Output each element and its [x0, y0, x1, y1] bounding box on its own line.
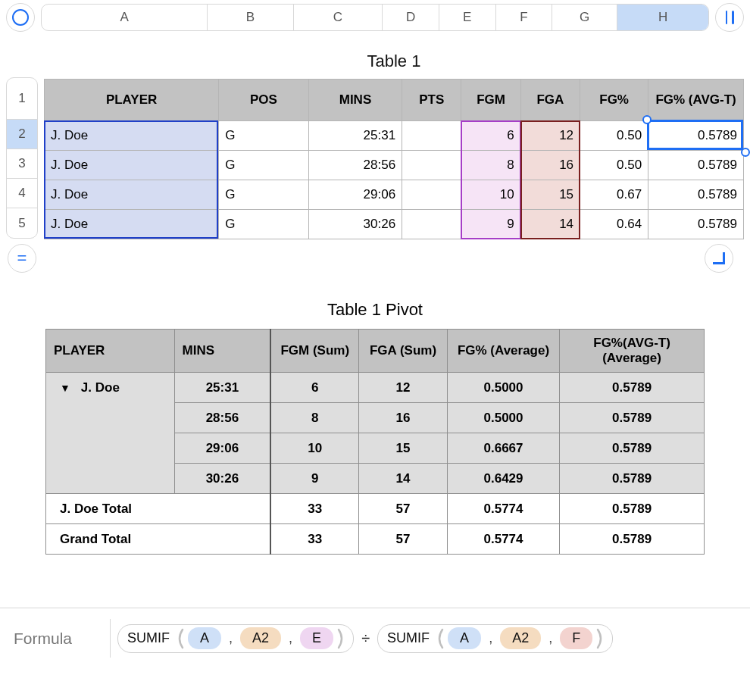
formula-token-f[interactable]: F: [560, 627, 592, 649]
table-1[interactable]: PLAYERPOSMINSPTSFGMFGAFG%FG% (AVG-T)J. D…: [44, 79, 744, 239]
column-header-c[interactable]: C: [294, 5, 383, 30]
t1-cell-r2-fgp[interactable]: 0.50: [580, 121, 648, 151]
pivot-cell-r3-c1[interactable]: 30:26: [174, 464, 270, 494]
operator-divide[interactable]: ÷: [354, 630, 377, 647]
pivot-cell-r0-c2[interactable]: 6: [270, 373, 359, 403]
t1-header-1[interactable]: POS: [219, 80, 309, 121]
disclosure-triangle-icon[interactable]: ▼: [60, 382, 70, 394]
column-header-h[interactable]: H: [617, 5, 708, 30]
t1-cell-r2-fgm[interactable]: 6: [461, 121, 520, 151]
pivot-cell-r3-c3[interactable]: 14: [359, 464, 448, 494]
pivot-cell-r0-c1[interactable]: 25:31: [174, 373, 270, 403]
pivot-grand-c0[interactable]: 33: [270, 524, 359, 555]
t1-cell-r5-pos[interactable]: G: [219, 210, 309, 239]
t1-cell-r4-fgpt[interactable]: 0.5789: [648, 180, 744, 210]
t1-header-4[interactable]: FGM: [461, 80, 520, 121]
pivot-cell-r1-c2[interactable]: 8: [270, 403, 359, 433]
pivot-header-1[interactable]: MINS: [174, 330, 270, 373]
t1-cell-r2-fga[interactable]: 12: [520, 121, 580, 151]
t1-cell-r4-player[interactable]: J. Doe: [45, 180, 219, 210]
select-all-origin[interactable]: [6, 3, 35, 32]
pivot-cell-r1-c1[interactable]: 28:56: [174, 403, 270, 433]
t1-cell-r4-pts[interactable]: [402, 180, 461, 210]
pivot-cell-r1-c5[interactable]: 0.5789: [560, 403, 705, 433]
t1-header-6[interactable]: FG%: [580, 80, 648, 121]
t1-cell-r5-pts[interactable]: [402, 210, 461, 239]
formula-token-e[interactable]: E: [300, 627, 333, 649]
pivot-header-3[interactable]: FGA (Sum): [359, 330, 448, 373]
pivot-cell-r1-c4[interactable]: 0.5000: [447, 403, 559, 433]
pivot-header-0[interactable]: PLAYER: [46, 330, 175, 373]
column-header-d[interactable]: D: [383, 5, 439, 30]
column-header-f[interactable]: F: [496, 5, 553, 30]
t1-header-3[interactable]: PTS: [402, 80, 461, 121]
t1-cell-r3-pos[interactable]: G: [219, 151, 309, 180]
t1-cell-r3-fgp[interactable]: 0.50: [580, 151, 648, 180]
row-header-2[interactable]: 2: [7, 120, 37, 149]
t1-cell-r2-pts[interactable]: [402, 121, 461, 151]
t1-cell-r4-fgm[interactable]: 10: [461, 180, 520, 210]
pivot-cell-r2-c1[interactable]: 29:06: [174, 433, 270, 464]
column-header-e[interactable]: E: [439, 5, 496, 30]
formula-bar[interactable]: Formula SUMIFA,A2,E÷SUMIFA,A2,F: [0, 608, 750, 668]
pivot-subtotal-c1[interactable]: 57: [359, 494, 448, 524]
selection-handle-tl[interactable]: [642, 115, 652, 124]
t1-cell-r2-pos[interactable]: G: [219, 121, 309, 151]
t1-cell-r2-player[interactable]: J. Doe: [45, 121, 219, 151]
pivot-grand-label[interactable]: Grand Total: [46, 524, 271, 555]
pivot-cell-r2-c3[interactable]: 15: [359, 433, 448, 464]
pivot-cell-r2-c4[interactable]: 0.6667: [447, 433, 559, 464]
t1-cell-r5-player[interactable]: J. Doe: [45, 210, 219, 239]
pivot-player-cell-0[interactable]: ▼J. Doe: [46, 373, 175, 403]
formula-content[interactable]: SUMIFA,A2,E÷SUMIFA,A2,F: [117, 624, 613, 653]
t1-cell-r5-fgpt[interactable]: 0.5789: [648, 210, 744, 239]
pivot-header-5[interactable]: FG%(AVG-T) (Average): [560, 330, 705, 373]
t1-cell-r3-fga[interactable]: 16: [520, 151, 580, 180]
column-header-g[interactable]: G: [552, 5, 617, 30]
add-column-button[interactable]: [715, 3, 744, 32]
t1-cell-r2-fgpt[interactable]: 0.5789: [648, 121, 744, 151]
t1-header-2[interactable]: MINS: [308, 80, 402, 121]
column-header-b[interactable]: B: [208, 5, 293, 30]
pivot-cell-r2-c2[interactable]: 10: [270, 433, 359, 464]
t1-cell-r3-fgpt[interactable]: 0.5789: [648, 151, 744, 180]
pivot-table[interactable]: PLAYERMINSFGM (Sum)FGA (Sum)FG% (Average…: [45, 329, 705, 555]
column-header-a[interactable]: A: [42, 5, 208, 30]
add-row-button[interactable]: =: [8, 244, 36, 273]
row-header-1[interactable]: 1: [7, 78, 37, 120]
pivot-cell-r3-c4[interactable]: 0.6429: [447, 464, 559, 494]
pivot-header-4[interactable]: FG% (Average): [447, 330, 559, 373]
t1-cell-r5-fga[interactable]: 14: [520, 210, 580, 239]
pivot-cell-r0-c4[interactable]: 0.5000: [447, 373, 559, 403]
formula-token-a[interactable]: A: [448, 627, 481, 649]
pivot-cell-r1-c3[interactable]: 16: [359, 403, 448, 433]
pivot-cell-r2-c5[interactable]: 0.5789: [560, 433, 705, 464]
row-header-5[interactable]: 5: [7, 208, 37, 238]
t1-cell-r3-fgm[interactable]: 8: [461, 151, 520, 180]
pivot-cell-r0-c5[interactable]: 0.5789: [560, 373, 705, 403]
t1-header-0[interactable]: PLAYER: [45, 80, 219, 121]
pivot-cell-r3-c2[interactable]: 9: [270, 464, 359, 494]
t1-cell-r4-fga[interactable]: 15: [520, 180, 580, 210]
row-header-4[interactable]: 4: [7, 179, 37, 208]
t1-cell-r3-pts[interactable]: [402, 151, 461, 180]
pivot-grand-c1[interactable]: 57: [359, 524, 448, 555]
pivot-grand-c2[interactable]: 0.5774: [447, 524, 559, 555]
pivot-header-2[interactable]: FGM (Sum): [270, 330, 359, 373]
t1-header-7[interactable]: FG% (AVG-T): [648, 80, 744, 121]
row-header-3[interactable]: 3: [7, 149, 37, 179]
t1-cell-r3-player[interactable]: J. Doe: [45, 151, 219, 180]
pivot-cell-r0-c3[interactable]: 12: [359, 373, 448, 403]
pivot-player-cell-1[interactable]: [46, 403, 175, 433]
formula-token-a2[interactable]: A2: [500, 627, 541, 649]
formula-function[interactable]: SUMIFA,A2,F: [377, 624, 613, 653]
pivot-player-cell-3[interactable]: [46, 464, 175, 494]
t1-cell-r5-fgp[interactable]: 0.64: [580, 210, 648, 239]
pivot-subtotal-c3[interactable]: 0.5789: [560, 494, 705, 524]
pivot-cell-r3-c5[interactable]: 0.5789: [560, 464, 705, 494]
pivot-subtotal-c2[interactable]: 0.5774: [447, 494, 559, 524]
t1-header-5[interactable]: FGA: [520, 80, 580, 121]
formula-token-a[interactable]: A: [188, 627, 221, 649]
t1-cell-r4-pos[interactable]: G: [219, 180, 309, 210]
pivot-subtotal-label[interactable]: J. Doe Total: [46, 494, 271, 524]
